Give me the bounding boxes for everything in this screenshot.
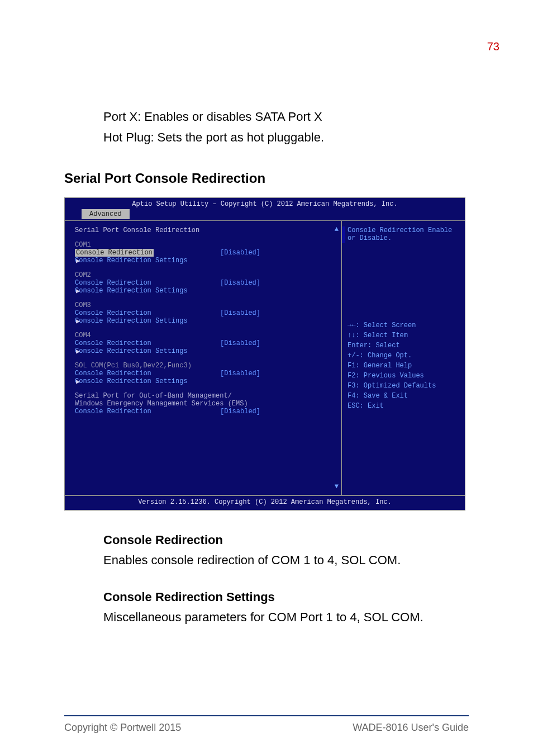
section-heading: Serial Port Console Redirection [64, 171, 469, 186]
bios-tab-advanced[interactable]: Advanced [82, 209, 130, 219]
submenu-marker-icon: ▶ [76, 287, 80, 295]
oob-line-1: Serial Port for Out-of-Band Management/ [75, 392, 336, 400]
console-redirection-value: [Disabled] [220, 370, 260, 377]
footer-guide-title: WADE-8016 User's Guide [353, 722, 469, 734]
console-redirection-item[interactable]: Console Redirection [75, 279, 220, 287]
key-hint: F1: General Help [348, 361, 459, 371]
console-redirection-item[interactable]: Console Redirection [75, 249, 220, 257]
com-group-label: COM4 [75, 332, 336, 339]
com-group-label: COM2 [75, 271, 336, 279]
console-redirection-value: [Disabled] [220, 249, 260, 257]
intro-line-2: Hot Plug: Sets the port as hot pluggable… [103, 127, 469, 148]
com-group-label: SOL COM(Pci Bus0,Dev22,Func3) [75, 362, 336, 370]
key-hint: F4: Save & Exit [348, 391, 459, 401]
console-redirection-item[interactable]: Console Redirection [75, 370, 220, 377]
console-redirection-item[interactable]: Console Redirection [75, 309, 220, 317]
submenu-marker-icon: ▶ [76, 377, 80, 386]
body-text-console-redirection-settings: Miscellaneous parameters for COM Port 1 … [103, 610, 469, 625]
body-text-console-redirection: Enables console redirection of COM 1 to … [103, 553, 469, 568]
bios-key-hints: →←: Select Screen↑↓: Select ItemEnter: S… [348, 320, 459, 411]
intro-text-block: Port X: Enables or disables SATA Port X … [103, 106, 469, 148]
bios-right-pane: Console Redirection Enable or Disable. →… [342, 221, 465, 495]
key-hint: F2: Previous Values [348, 371, 459, 381]
bios-left-pane: ▲ Serial Port Console Redirection COM1Co… [65, 221, 342, 495]
console-redirection-settings-item[interactable]: Console Redirection Settings [75, 257, 188, 264]
console-redirection-settings-item[interactable]: Console Redirection Settings [75, 347, 188, 355]
bios-help-text: Console Redirection Enable or Disable. [348, 226, 459, 242]
sub-heading-console-redirection-settings: Console Redirection Settings [103, 590, 469, 604]
page-number: 73 [487, 40, 499, 53]
com-group-label: COM1 [75, 241, 336, 249]
bios-footer: Version 2.15.1236. Copyright (C) 2012 Am… [65, 495, 465, 508]
key-hint: +/-: Change Opt. [348, 351, 459, 361]
key-hint: ESC: Exit [348, 401, 459, 411]
scroll-down-icon[interactable]: ▼ [335, 483, 339, 490]
oob-console-redirection-value: [Disabled] [220, 408, 260, 415]
console-redirection-settings-item[interactable]: Console Redirection Settings [75, 377, 188, 385]
bios-screenshot: Aptio Setup Utility – Copyright (C) 2012… [64, 197, 465, 511]
submenu-marker-icon: ▶ [76, 347, 80, 356]
com-group-label: COM3 [75, 301, 336, 309]
key-hint: →←: Select Screen [348, 320, 459, 330]
key-hint: Enter: Select [348, 341, 459, 351]
footer-copyright: Copyright © Portwell 2015 [64, 722, 181, 734]
scroll-up-icon[interactable]: ▲ [335, 225, 339, 233]
console-redirection-value: [Disabled] [220, 279, 260, 287]
bios-titlebar: Aptio Setup Utility – Copyright (C) 2012… [65, 198, 465, 209]
submenu-marker-icon: ▶ [76, 317, 80, 325]
console-redirection-value: [Disabled] [220, 339, 260, 347]
oob-line-2: Windows Emergency Management Services (E… [75, 400, 336, 408]
console-redirection-settings-item[interactable]: Console Redirection Settings [75, 317, 188, 325]
console-redirection-settings-item[interactable]: Console Redirection Settings [75, 287, 188, 295]
submenu-marker-icon: ▶ [76, 257, 80, 265]
intro-line-1: Port X: Enables or disables SATA Port X [103, 106, 469, 127]
oob-console-redirection[interactable]: Console Redirection [75, 408, 220, 415]
key-hint: ↑↓: Select Item [348, 330, 459, 341]
console-redirection-item[interactable]: Console Redirection [75, 339, 220, 347]
page-footer: Copyright © Portwell 2015 WADE-8016 User… [64, 715, 469, 734]
console-redirection-value: [Disabled] [220, 309, 260, 317]
bios-left-title: Serial Port Console Redirection [75, 226, 336, 234]
sub-heading-console-redirection: Console Redirection [103, 533, 469, 547]
key-hint: F3: Optimized Defaults [348, 381, 459, 391]
